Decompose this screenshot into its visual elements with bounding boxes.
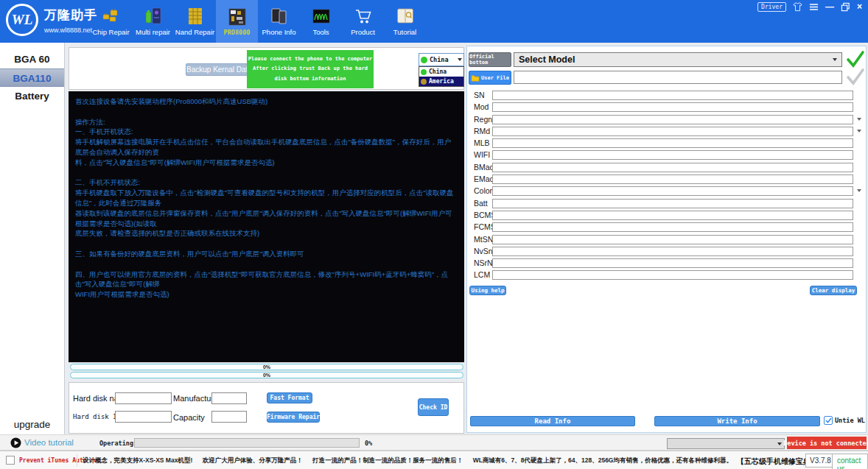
region-option-label: China [429, 68, 447, 75]
sidebar-item-bga-60[interactable]: BGA 60 [0, 50, 64, 68]
toolbar-item-tutorial[interactable]: Tutorial [384, 0, 426, 43]
field-label-sn: SN [474, 91, 485, 100]
driver-button[interactable]: Driver [757, 2, 786, 12]
chevron-down-icon [857, 189, 861, 192]
connection-panel: Backup Kernal Data Please connect the ph… [69, 47, 464, 90]
phone-info-icon [270, 7, 289, 26]
backup-kernal-data-button[interactable]: Backup Kernal Data [186, 63, 248, 76]
write-info-button[interactable]: Write Info [654, 416, 820, 426]
user-file-check-icon [846, 68, 865, 85]
region-dot-icon [421, 57, 427, 63]
device-select-combo[interactable] [667, 438, 785, 449]
field-input-lcm[interactable] [492, 270, 853, 280]
sidebar-item-battery[interactable]: Battery [0, 87, 64, 105]
minimize-icon[interactable]: — [825, 2, 834, 12]
field-label-nsrn: NSrN [474, 258, 493, 268]
toolbar-item-tools[interactable]: Tools [300, 0, 342, 43]
operating-progress-bar [134, 438, 360, 448]
official-bottom-button[interactable]: Official bottom [469, 52, 511, 67]
slogan-welcome: 欢迎广大用户体验、分享万隆产品！ [203, 456, 303, 465]
fast-format-button[interactable]: Fast Format [267, 392, 312, 403]
user-file-button[interactable]: User File [469, 71, 511, 85]
status-strip: Video tutorial Operating 0% Device is no… [0, 434, 868, 451]
field-input-nsrn[interactable] [492, 258, 853, 268]
field-input-sn[interactable] [492, 91, 853, 100]
sidebar-item-bga110[interactable]: BGA110 [0, 68, 64, 87]
hard-disk-name-input[interactable] [115, 392, 172, 404]
field-row-mlb: MLB [467, 138, 864, 148]
field-input-color[interactable] [492, 186, 853, 196]
bottom-bar: Prevent iTunes Auto run 设计概念，完美支持X-XS-XS… [0, 451, 868, 469]
sidebar: BGA 60BGA110Battery upgrade [0, 43, 65, 434]
field-input-emac[interactable] [492, 174, 853, 184]
read-info-button[interactable]: Read Info [470, 416, 635, 426]
field-input-bcms[interactable] [492, 211, 853, 220]
slogan-design: 设计概念，完美支持X-XS-XS Max机型! [83, 456, 192, 465]
field-input-regn[interactable] [492, 115, 853, 124]
untie-wl-checkbox[interactable]: Untie WL [824, 416, 865, 425]
toolbar-item-phone-info[interactable]: Phone Info [258, 0, 300, 43]
field-input-rmd[interactable] [492, 127, 853, 136]
chevron-down-icon [777, 442, 782, 445]
field-label-emac: EMac [474, 174, 494, 184]
play-icon[interactable] [10, 437, 21, 448]
upgrade-button[interactable]: upgrade [0, 419, 64, 430]
field-input-wifi[interactable] [492, 150, 853, 160]
prevent-itunes-checkbox[interactable] [6, 456, 15, 465]
region-option-america[interactable]: America [419, 77, 463, 86]
region-option-china[interactable]: China [419, 67, 463, 77]
region-select: China ChinaAmerica [419, 53, 464, 87]
toolbar-item-pro8000[interactable]: PRO8000 [216, 0, 258, 43]
disk-info-panel: Hard disk name Manufacturer Fast Format … [69, 382, 464, 434]
checkbox-checked-icon [824, 416, 833, 425]
nand-repair-icon [186, 7, 205, 26]
field-label-mlb: MLB [474, 138, 490, 148]
toolbar-item-multi-repair[interactable]: Multi repair [132, 0, 174, 43]
field-row-rmd: RMd [467, 127, 864, 136]
field-label-wifi: WIFI [474, 150, 490, 160]
close-icon[interactable]: × [857, 2, 862, 12]
theme-shirt-icon[interactable] [793, 2, 802, 12]
hard-disk-id-input[interactable] [115, 411, 172, 423]
toolbar-item-label: Nand Repair [175, 28, 214, 36]
field-row-lcm: LCM [467, 270, 864, 280]
toolbar-item-label: Tools [312, 28, 329, 36]
toolbar-item-product[interactable]: Product [342, 0, 384, 43]
field-input-mod[interactable] [492, 102, 853, 112]
progress-bar-2: 0% [70, 372, 463, 378]
field-label-color: Color [474, 186, 492, 196]
field-input-batt[interactable] [492, 199, 853, 208]
menu-icon[interactable] [809, 2, 819, 12]
toolbar-item-label: PRO8000 [224, 29, 251, 36]
toolbar-item-label: Multi repair [136, 28, 170, 36]
toolbar-item-nand-repair[interactable]: Nand Repair [174, 0, 216, 43]
capacity-input[interactable] [211, 411, 247, 423]
field-row-bcms: BCMS [467, 211, 864, 220]
using-help-button[interactable]: Using help [469, 286, 506, 295]
field-row-sn: SN [467, 91, 864, 100]
region-selected-label: China [430, 56, 458, 63]
user-file-input[interactable] [514, 71, 842, 84]
operating-label: Operating [99, 440, 133, 447]
restore-icon[interactable] [841, 2, 850, 12]
region-combo[interactable]: China [419, 53, 464, 66]
toolbar-item-chip-repair[interactable]: Chip Repair [90, 0, 132, 43]
slogan-quality: 打造一流的产品！制造一流的品质！服务一流的售后！ [312, 456, 463, 465]
video-tutorial-link[interactable]: Video tutorial [24, 438, 74, 447]
field-input-bmac[interactable] [492, 163, 853, 172]
field-input-fcms[interactable] [492, 222, 853, 232]
field-label-bmac: BMac [474, 163, 494, 172]
model-select-combo[interactable]: Select Model [514, 52, 842, 67]
check-id-button[interactable]: Check ID [418, 398, 449, 416]
firmware-repair-button[interactable]: Firmware Repair [267, 412, 320, 423]
contact-us-button[interactable]: contact us [832, 454, 868, 469]
model-select-value: Select Model [519, 54, 833, 65]
field-row-nvsn: NvSn [467, 247, 864, 256]
wl-logo-icon: WL [6, 4, 38, 36]
clear-display-button[interactable]: Clear display [810, 286, 857, 295]
field-input-mtsn[interactable] [492, 235, 853, 244]
field-row-fcms: FCMS [467, 222, 864, 232]
field-input-nvsn[interactable] [492, 247, 853, 256]
field-input-mlb[interactable] [492, 138, 853, 148]
manufacturer-input[interactable] [211, 392, 247, 404]
